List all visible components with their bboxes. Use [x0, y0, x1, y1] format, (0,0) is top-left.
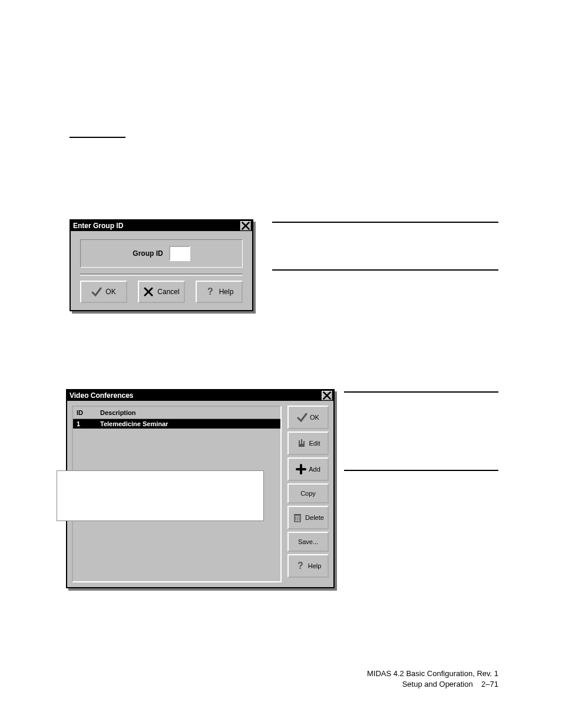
cancel-button-label: Cancel	[157, 288, 179, 296]
save-label: Save...	[298, 538, 318, 545]
note2-top-rule	[344, 391, 498, 393]
help-button[interactable]: ? Help	[287, 554, 329, 578]
footer-page-number: 2–71	[481, 680, 498, 689]
group-id-input[interactable]	[169, 246, 190, 261]
copy-label: Copy	[300, 490, 316, 497]
help-icon: ?	[205, 286, 216, 297]
note1-bottom-rule	[272, 269, 498, 271]
video-conferences-dialog: Video Conferences ID Description 1 Telem…	[66, 389, 335, 588]
trash-icon	[292, 512, 303, 523]
add-label: Add	[309, 466, 320, 473]
enter-group-id-dialog: Enter Group ID Group ID OK Cancel ? Help	[70, 219, 253, 311]
help-icon: ?	[295, 561, 306, 571]
svg-rect-1	[299, 444, 305, 447]
group-id-panel: Group ID	[80, 239, 243, 268]
list-header: ID Description	[73, 407, 280, 419]
ok-button-label: OK	[105, 288, 115, 296]
footer-line1: MIDAS 4.2 Basic Configuration, Rev. 1	[0, 668, 498, 679]
row-id: 1	[77, 420, 100, 427]
help-button-label: Help	[219, 288, 234, 296]
page-footer: MIDAS 4.2 Basic Configuration, Rev. 1 Se…	[0, 668, 498, 689]
list-item[interactable]: 1 Telemedicine Seminar	[73, 419, 280, 429]
x-icon	[143, 286, 154, 297]
help-button[interactable]: ? Help	[196, 281, 243, 303]
delete-button[interactable]: Delete	[287, 506, 329, 529]
plus-icon	[296, 464, 306, 475]
row-description: Telemedicine Seminar	[100, 420, 168, 427]
svg-text:?: ?	[207, 286, 213, 297]
column-id-header: ID	[77, 409, 100, 416]
svg-text:?: ?	[297, 561, 303, 571]
side-button-column: OK Edit Add Copy Delete Save... ?	[287, 406, 329, 582]
save-button[interactable]: Save...	[287, 532, 329, 552]
separator	[80, 274, 243, 276]
section-underline	[70, 137, 125, 138]
dialog-title: Video Conferences	[70, 391, 133, 400]
cancel-button[interactable]: Cancel	[138, 281, 185, 303]
close-icon[interactable]	[240, 221, 251, 230]
column-desc-header: Description	[100, 409, 136, 416]
overlay-box	[57, 470, 264, 521]
edit-label: Edit	[309, 440, 320, 447]
ok-button[interactable]: OK	[287, 406, 329, 429]
delete-label: Delete	[305, 514, 324, 521]
edit-icon	[296, 438, 307, 449]
dialog-title: Enter Group ID	[73, 222, 123, 230]
svg-rect-3	[294, 514, 301, 515]
dialog-title-bar: Enter Group ID	[71, 220, 252, 231]
help-label: Help	[308, 562, 322, 569]
footer-line2-text: Setup and Operation	[402, 680, 473, 689]
copy-button[interactable]: Copy	[287, 483, 329, 503]
dialog-title-bar: Video Conferences	[67, 390, 333, 401]
edit-button[interactable]: Edit	[287, 431, 329, 455]
check-icon	[91, 286, 102, 297]
note2-bottom-rule	[344, 470, 498, 471]
close-icon[interactable]	[322, 391, 332, 400]
group-id-label: Group ID	[133, 249, 163, 258]
check-icon	[297, 412, 308, 423]
conferences-list[interactable]: ID Description 1 Telemedicine Seminar	[72, 406, 282, 582]
note1-top-rule	[272, 222, 498, 223]
ok-button[interactable]: OK	[80, 281, 127, 303]
ok-label: OK	[310, 414, 319, 421]
add-button[interactable]: Add	[287, 457, 329, 481]
